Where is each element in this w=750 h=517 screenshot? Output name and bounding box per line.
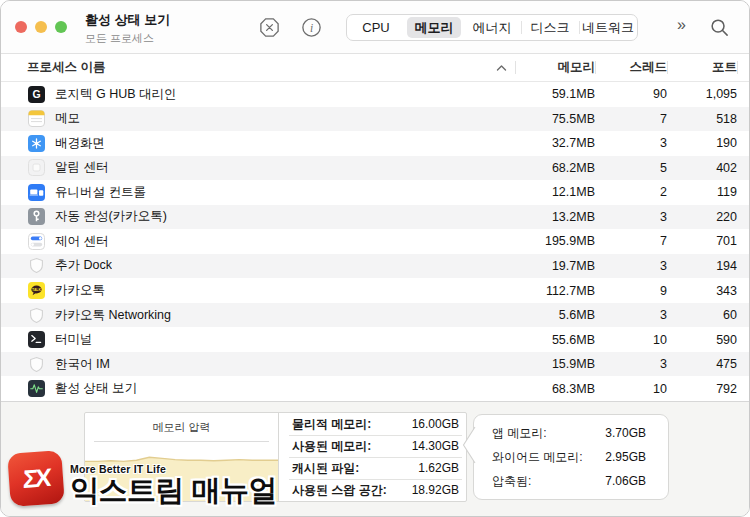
- column-header-process-name[interactable]: 프로세스 이름: [1, 54, 515, 81]
- memory-detail-row: 압축됨: 7.06GB: [474, 469, 668, 493]
- ports-value: 701: [667, 234, 737, 248]
- shield-icon: [28, 307, 45, 324]
- svg-text:i: i: [309, 21, 312, 33]
- memory-detail-row: 와이어드 메모리: 2.95GB: [474, 445, 668, 469]
- ports-value: 194: [667, 259, 737, 273]
- stat-value: 16.00GB: [412, 417, 459, 431]
- process-name-cell: 자동 완성(카카오톡): [1, 208, 515, 225]
- svg-text:G: G: [32, 88, 40, 100]
- quit-octagon-x-icon: [258, 16, 281, 43]
- process-table: G 로지텍 G HUB 대리인 59.1MB 90 1,095 메모 75.5M…: [1, 82, 749, 402]
- ports-value: 792: [667, 382, 737, 396]
- process-name-cell: TALK 카카오톡: [1, 282, 515, 299]
- process-name: 카카오톡: [55, 282, 105, 299]
- process-name: 한국어 IM: [55, 356, 110, 373]
- column-header-ports[interactable]: 포트: [667, 54, 737, 81]
- sort-ascending-icon: [496, 61, 507, 75]
- tab[interactable]: 메모리: [405, 15, 463, 40]
- ports-value: 119: [667, 185, 737, 199]
- ports-value: 590: [667, 333, 737, 347]
- memory-stat-row: 캐시된 파일: 1.62GB: [279, 457, 466, 479]
- table-row[interactable]: 배경화면 32.7MB 3 190: [1, 131, 749, 156]
- universal-control-icon: [28, 184, 45, 201]
- column-header-memory[interactable]: 메모리: [515, 54, 595, 81]
- detail-label: 압축됨:: [492, 473, 531, 490]
- memory-value: 75.5MB: [515, 112, 595, 126]
- table-row[interactable]: 제어 센터 195.9MB 7 701: [1, 229, 749, 254]
- zoom-window-button[interactable]: [55, 21, 67, 33]
- title-block: 활성 상태 보기 모든 프로세스: [85, 11, 170, 46]
- column-label: 프로세스 이름: [27, 59, 105, 76]
- titlebar: 활성 상태 보기 모든 프로세스 i CPU 메모리 에너지 디스크 네트워크: [1, 1, 749, 54]
- table-row[interactable]: 한국어 IM 15.9MB 3 475: [1, 352, 749, 377]
- traffic-lights: [15, 21, 67, 33]
- info-icon: i: [300, 16, 323, 43]
- process-name: 자동 완성(카카오톡): [55, 208, 167, 225]
- shield-icon: [28, 356, 45, 373]
- memory-value: 5.6MB: [515, 308, 595, 322]
- tab[interactable]: 디스크: [521, 15, 579, 40]
- stat-value: 1.62GB: [418, 461, 459, 475]
- search-icon: [709, 24, 730, 41]
- process-name-cell: 한국어 IM: [1, 356, 515, 373]
- table-row[interactable]: 유니버설 컨트롤 12.1MB 2 119: [1, 180, 749, 205]
- process-name-cell: 제어 센터: [1, 233, 515, 250]
- process-name-cell: 메모: [1, 110, 515, 127]
- process-name-cell: 카카오톡 Networking: [1, 307, 515, 324]
- process-name-cell: G 로지텍 G HUB 대리인: [1, 86, 515, 103]
- search-button[interactable]: [709, 17, 730, 42]
- kakaotalk-icon: TALK: [28, 282, 45, 299]
- column-label: 메모리: [558, 59, 596, 76]
- process-name-cell: 배경화면: [1, 135, 515, 152]
- close-window-button[interactable]: [15, 21, 27, 33]
- stat-value: 14.30GB: [412, 439, 459, 453]
- threads-value: 7: [595, 112, 667, 126]
- ports-value: 190: [667, 136, 737, 150]
- table-row[interactable]: 카카오톡 Networking 5.6MB 3 60: [1, 303, 749, 328]
- ports-value: 518: [667, 112, 737, 126]
- column-header-threads[interactable]: 스레드: [595, 54, 667, 81]
- tab[interactable]: CPU: [347, 15, 405, 40]
- detail-label: 와이어드 메모리:: [492, 449, 583, 466]
- memory-detail-row: 앱 메모리: 3.70GB: [474, 421, 668, 445]
- memory-value: 32.7MB: [515, 136, 595, 150]
- tab[interactable]: 에너지: [463, 15, 521, 40]
- brand-logo-text: ΣX: [23, 463, 50, 494]
- terminal-icon: [28, 331, 45, 348]
- table-row[interactable]: 메모 75.5MB 7 518: [1, 107, 749, 132]
- memory-pressure-chart: [85, 441, 278, 501]
- toolbar-overflow-button[interactable]: »: [677, 16, 685, 34]
- threads-value: 2: [595, 185, 667, 199]
- detail-label: 앱 메모리:: [492, 425, 547, 442]
- memory-pressure-panel: 메모리 압력: [85, 413, 279, 501]
- table-row[interactable]: 터미널 55.6MB 10 590: [1, 327, 749, 352]
- process-name-cell: 활성 상태 보기: [1, 380, 515, 397]
- memory-value: 55.6MB: [515, 333, 595, 347]
- threads-value: 3: [595, 357, 667, 371]
- table-row[interactable]: 알림 센터 68.2MB 5 402: [1, 156, 749, 181]
- detail-value: 3.70GB: [605, 426, 646, 440]
- memory-summary-footer: 메모리 압력 물리적 메모리: 16.00GB 사용된 메모리: 14.30: [1, 402, 749, 516]
- memory-stat-row: 사용된 메모리: 14.30GB: [279, 435, 466, 457]
- memory-used-callout-bracket: [460, 425, 476, 465]
- tab-label: 디스크: [531, 19, 570, 37]
- table-row[interactable]: 자동 완성(카카오톡) 13.2MB 3 220: [1, 205, 749, 230]
- memory-value: 15.9MB: [515, 357, 595, 371]
- memory-value: 19.7MB: [515, 259, 595, 273]
- pressure-area: [85, 457, 278, 501]
- autofill-key-icon: [28, 208, 45, 225]
- column-label: 스레드: [630, 59, 668, 76]
- minimize-window-button[interactable]: [35, 21, 47, 33]
- tab[interactable]: 네트워크: [579, 15, 637, 40]
- process-name: 추가 Dock: [55, 257, 112, 274]
- inspect-process-button[interactable]: i: [299, 17, 323, 41]
- memory-value: 59.1MB: [515, 87, 595, 101]
- activity-monitor-window: 활성 상태 보기 모든 프로세스 i CPU 메모리 에너지 디스크 네트워크: [0, 0, 750, 517]
- activity-monitor-icon: [28, 380, 45, 397]
- table-row[interactable]: 추가 Dock 19.7MB 3 194: [1, 254, 749, 279]
- notes-icon: [28, 110, 45, 127]
- table-row[interactable]: TALK 카카오톡 112.7MB 9 343: [1, 278, 749, 303]
- quit-process-button[interactable]: [257, 17, 281, 41]
- table-row[interactable]: G 로지텍 G HUB 대리인 59.1MB 90 1,095: [1, 82, 749, 107]
- table-row[interactable]: 활성 상태 보기 68.3MB 10 792: [1, 376, 749, 401]
